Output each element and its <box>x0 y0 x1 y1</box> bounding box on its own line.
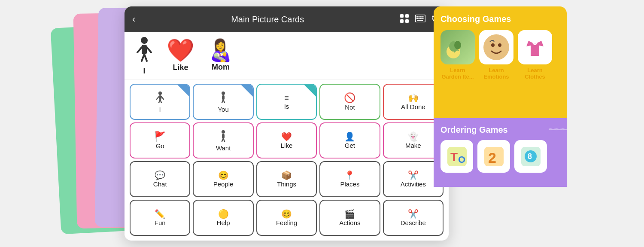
card-icon-want <box>219 130 228 143</box>
svg-rect-10 <box>419 18 420 19</box>
card-people[interactable]: 😊 People <box>193 161 253 197</box>
svg-point-20 <box>158 91 162 95</box>
card-icon-like: ❤️ <box>281 132 292 141</box>
card-fun[interactable]: ✏️ Fun <box>130 200 190 236</box>
game-item-emotions[interactable]: Learn Emotions <box>479 30 513 80</box>
card-icon-chat: 💬 <box>155 171 165 180</box>
card-describe[interactable]: ✂️ Describe <box>383 200 444 236</box>
card-chat[interactable]: 💬 Chat <box>130 161 190 197</box>
card-is[interactable]: ≡ Is <box>256 84 317 120</box>
card-label-help: Help <box>217 219 230 226</box>
card-go[interactable]: 🚩 Go <box>130 122 190 159</box>
card-feeling[interactable]: 😊 Feeling <box>256 200 317 236</box>
card-not[interactable]: 🚫 Not <box>319 84 380 120</box>
game-thumb-garden <box>440 30 475 64</box>
card-get[interactable]: 👤 Get <box>319 122 380 159</box>
ordering-thumb-3[interactable]: 8 <box>514 140 547 173</box>
svg-point-38 <box>491 43 495 47</box>
svg-line-19 <box>144 54 147 61</box>
card-label-feeling: Feeling <box>276 219 297 226</box>
card-actions[interactable]: 🎬 Actions <box>319 200 380 236</box>
svg-rect-0 <box>400 14 404 18</box>
ordering-games-title: Ordering Games <box>440 125 560 135</box>
svg-line-23 <box>161 97 164 99</box>
ordering-games-card: ~~~ Ordering Games T O 2 8 <box>434 118 567 187</box>
svg-text:8: 8 <box>528 152 532 161</box>
corner-accent <box>241 85 253 97</box>
card-want[interactable]: Want <box>193 122 253 159</box>
card-icon-i <box>156 91 164 105</box>
card-label-i: I <box>159 106 161 113</box>
svg-line-22 <box>157 97 159 99</box>
card-label-get: Get <box>345 142 355 149</box>
card-label-all-done: All Done <box>401 103 425 110</box>
games-items: Learn Garden Ite... Learn Emotions <box>440 30 560 80</box>
sentence-bar: I ❤️ Like 👩‍🍼 Mom <box>125 32 449 79</box>
main-window: ‹ Main Picture Cards <box>125 6 449 241</box>
card-label-actions: Actions <box>339 219 360 226</box>
card-icon-places: 📍 <box>344 171 355 180</box>
svg-rect-11 <box>420 18 422 19</box>
card-label-chat: Chat <box>153 180 167 188</box>
card-icon-go: 🚩 <box>154 132 166 141</box>
svg-line-17 <box>147 47 151 52</box>
card-like[interactable]: ❤️ Like <box>256 122 317 159</box>
decorative-squiggle: ~~~ <box>548 122 567 136</box>
game-label-garden: Learn Garden Ite... <box>440 67 475 80</box>
card-label-describe: Describe <box>401 219 426 226</box>
svg-rect-3 <box>405 19 409 23</box>
grid-icon[interactable] <box>400 14 409 25</box>
card-things[interactable]: 📦 Things <box>256 161 317 197</box>
card-places[interactable]: 📍 Places <box>319 161 380 197</box>
sentence-item-like[interactable]: ❤️ Like <box>167 39 194 72</box>
card-icon-things: 📦 <box>281 171 292 180</box>
svg-point-39 <box>498 43 501 47</box>
svg-rect-5 <box>416 16 418 18</box>
svg-point-14 <box>141 37 148 44</box>
card-icon-fun: ✏️ <box>155 210 165 218</box>
card-icon-feeling: 😊 <box>281 210 292 218</box>
svg-line-33 <box>223 138 225 141</box>
card-i[interactable]: I <box>130 84 190 120</box>
svg-rect-7 <box>420 16 422 18</box>
svg-rect-2 <box>400 19 404 23</box>
choosing-games-title: Choosing Games <box>440 14 560 24</box>
card-label-is: Is <box>284 103 289 110</box>
sentence-icon-like: ❤️ <box>167 39 194 61</box>
card-icon-actions: 🎬 <box>344 210 355 218</box>
svg-rect-1 <box>405 14 409 18</box>
card-label-activities: Activities <box>401 180 426 188</box>
sentence-item-mom[interactable]: 👩‍🍼 Mom <box>207 40 234 72</box>
game-item-garden[interactable]: Learn Garden Ite... <box>440 30 475 80</box>
svg-rect-13 <box>417 20 423 21</box>
svg-rect-21 <box>159 95 161 100</box>
card-label-make: Make <box>405 142 421 149</box>
ordering-thumb-2[interactable]: 2 <box>477 140 510 173</box>
game-label-emotions: Learn Emotions <box>479 67 513 80</box>
grid-row-2: 🚩 Go Want ❤️ Like 👤 <box>130 122 444 159</box>
card-icon-get: 👤 <box>344 132 355 141</box>
svg-rect-8 <box>422 16 424 18</box>
svg-line-29 <box>223 100 225 103</box>
card-icon-all-done: 🙌 <box>408 94 419 102</box>
card-icon-not: 🚫 <box>344 93 355 103</box>
ordering-thumb-1[interactable]: T O <box>440 140 473 173</box>
sentence-icon-i <box>135 36 154 65</box>
keyboard-icon[interactable] <box>415 15 425 24</box>
sentence-item-i[interactable]: I <box>135 36 154 76</box>
card-label-want: Want <box>216 144 231 152</box>
card-label-you: You <box>218 106 228 113</box>
svg-text:T: T <box>450 150 458 164</box>
svg-text:2: 2 <box>488 149 496 166</box>
svg-line-25 <box>160 100 161 103</box>
card-icon-activities: ✂️ <box>408 171 419 180</box>
svg-point-30 <box>222 130 225 134</box>
grid-row-3: 💬 Chat 😊 People 📦 Things 📍 Places ✂️ Act… <box>130 161 444 197</box>
game-item-clothes[interactable]: Learn Clothes <box>518 30 552 80</box>
sentence-label-i: I <box>143 67 145 76</box>
card-label-places: Places <box>340 180 359 188</box>
card-help[interactable]: 🟡 Help <box>193 200 253 236</box>
back-button[interactable]: ‹ <box>132 14 135 25</box>
sentence-label-mom: Mom <box>212 63 230 72</box>
card-you[interactable]: You <box>193 84 253 120</box>
